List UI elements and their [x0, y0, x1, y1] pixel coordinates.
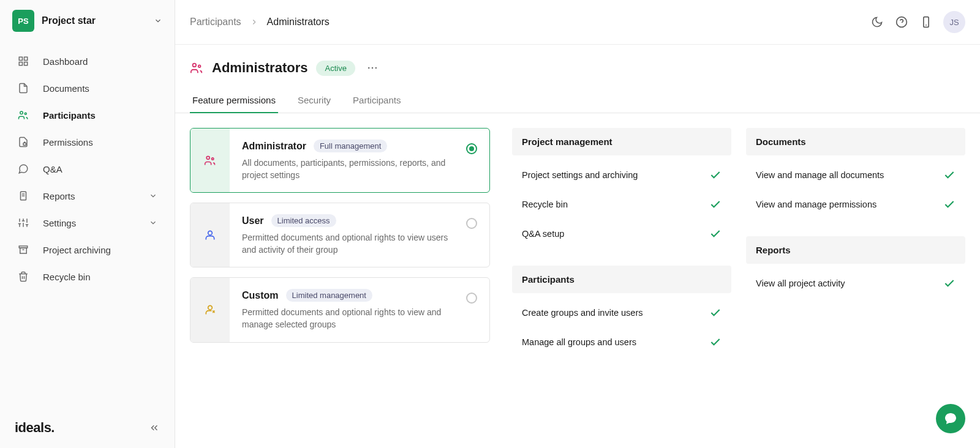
- role-radio[interactable]: [466, 293, 477, 304]
- role-icon: [204, 154, 216, 166]
- tab-participants[interactable]: Participants: [350, 88, 403, 113]
- brand-logo: ideals.: [15, 420, 55, 436]
- project-selector[interactable]: PS Project star: [0, 0, 175, 42]
- check-icon: [943, 277, 956, 289]
- topbar-actions: JS: [870, 11, 965, 33]
- role-text: User Limited access Permitted documents …: [242, 214, 458, 256]
- participants-icon: [17, 109, 29, 121]
- tab-security[interactable]: Security: [295, 88, 333, 113]
- svg-point-27: [198, 65, 201, 67]
- permission-column: Documents View and manage all documents …: [746, 128, 965, 433]
- user-avatar[interactable]: JS: [943, 11, 965, 33]
- nav-label: Recycle bin: [43, 272, 91, 282]
- svg-point-5: [24, 113, 26, 114]
- svg-rect-24: [924, 17, 929, 28]
- sidebar-footer: ideals.: [0, 408, 175, 448]
- permission-header: Documents: [746, 128, 965, 155]
- qa-icon: [17, 163, 29, 175]
- more-button[interactable]: [364, 59, 381, 77]
- check-icon: [709, 228, 722, 240]
- dashboard-icon: [17, 55, 29, 67]
- page-header: Administrators Active: [175, 45, 980, 81]
- nav-reports[interactable]: Reports: [0, 182, 175, 209]
- nav-recycle[interactable]: Recycle bin: [0, 263, 175, 290]
- permission-item: View and manage all documents: [746, 160, 965, 190]
- svg-rect-6: [23, 143, 26, 146]
- role-icon: [204, 229, 216, 241]
- role-description: Permitted documents and optional rights …: [242, 307, 458, 330]
- role-badge: Limited management: [286, 289, 372, 302]
- permission-label: Recycle bin: [522, 200, 568, 209]
- permission-label: View and manage all documents: [756, 170, 884, 180]
- permission-column: Project management Project settings and …: [512, 128, 731, 433]
- help-button[interactable]: [894, 15, 909, 29]
- nav-archiving[interactable]: Project archiving: [0, 236, 175, 263]
- chat-button[interactable]: [936, 404, 965, 433]
- permission-header: Reports: [746, 236, 965, 264]
- svg-point-26: [193, 64, 197, 67]
- check-icon: [709, 169, 722, 181]
- project-name: Project star: [42, 15, 146, 26]
- nav-dashboard[interactable]: Dashboard: [0, 48, 175, 75]
- permission-label: View all project activity: [756, 278, 845, 288]
- role-card[interactable]: Custom Limited management Permitted docu…: [190, 277, 490, 342]
- permission-label: Manage all groups and users: [522, 337, 636, 347]
- svg-rect-0: [19, 57, 22, 60]
- nav-documents[interactable]: Documents: [0, 75, 175, 102]
- reports-icon: [17, 190, 29, 202]
- permission-section: Reports View all project activity: [746, 236, 965, 298]
- collapse-sidebar-button[interactable]: [149, 422, 160, 433]
- svg-rect-1: [24, 57, 28, 60]
- permission-label: Create groups and invite users: [522, 308, 643, 318]
- role-icon-column: [190, 278, 230, 342]
- status-badge: Active: [316, 61, 355, 76]
- mobile-icon[interactable]: [919, 15, 933, 29]
- permission-label: Q&A setup: [522, 229, 564, 239]
- role-title: Custom: [242, 290, 279, 301]
- nav-participants[interactable]: Participants: [0, 102, 175, 129]
- svg-rect-2: [19, 62, 22, 65]
- sidebar: PS Project star Dashboard Documents Part…: [0, 0, 175, 448]
- check-icon: [943, 169, 956, 181]
- role-card[interactable]: Administrator Full management All docume…: [190, 128, 490, 193]
- svg-point-33: [208, 231, 213, 236]
- nav-label: Settings: [43, 218, 76, 228]
- role-description: All documents, participants, permissions…: [242, 157, 458, 181]
- role-body: Custom Limited management Permitted docu…: [230, 278, 489, 342]
- chevron-down-icon: [154, 17, 162, 25]
- svg-point-32: [212, 158, 214, 160]
- svg-point-28: [368, 67, 370, 69]
- chevron-down-icon: [149, 192, 157, 200]
- tab-feature-permissions[interactable]: Feature permissions: [190, 88, 278, 113]
- role-radio[interactable]: [466, 143, 477, 154]
- role-radio[interactable]: [466, 218, 477, 229]
- archive-icon: [17, 244, 29, 256]
- role-list: Administrator Full management All docume…: [190, 128, 490, 433]
- breadcrumb-current: Administrators: [267, 17, 330, 28]
- svg-point-34: [208, 306, 213, 310]
- nav-label: Permissions: [43, 137, 93, 147]
- role-icon-column: [190, 203, 230, 267]
- permissions-icon: [17, 136, 29, 148]
- nav-settings[interactable]: Settings: [0, 209, 175, 236]
- content: Administrator Full management All docume…: [175, 113, 980, 448]
- role-badge: Limited access: [271, 214, 336, 227]
- nav-permissions[interactable]: Permissions: [0, 129, 175, 155]
- role-icon-column: [190, 129, 230, 192]
- nav-label: Reports: [43, 191, 75, 201]
- theme-toggle[interactable]: [870, 15, 884, 29]
- breadcrumb-parent[interactable]: Participants: [190, 17, 241, 28]
- permission-item: Project settings and archiving: [512, 160, 731, 190]
- permission-section: Participants Create groups and invite us…: [512, 266, 731, 357]
- nav-label: Participants: [43, 110, 96, 121]
- permission-item: Create groups and invite users: [512, 298, 731, 327]
- role-card[interactable]: User Limited access Permitted documents …: [190, 203, 490, 267]
- role-body: User Limited access Permitted documents …: [230, 203, 489, 267]
- role-badge: Full management: [314, 140, 387, 152]
- settings-icon: [17, 217, 29, 229]
- nav-label: Project archiving: [43, 245, 111, 255]
- check-icon: [943, 198, 956, 211]
- permission-item: View all project activity: [746, 269, 965, 298]
- nav-qa[interactable]: Q&A: [0, 155, 175, 182]
- svg-point-4: [20, 111, 23, 114]
